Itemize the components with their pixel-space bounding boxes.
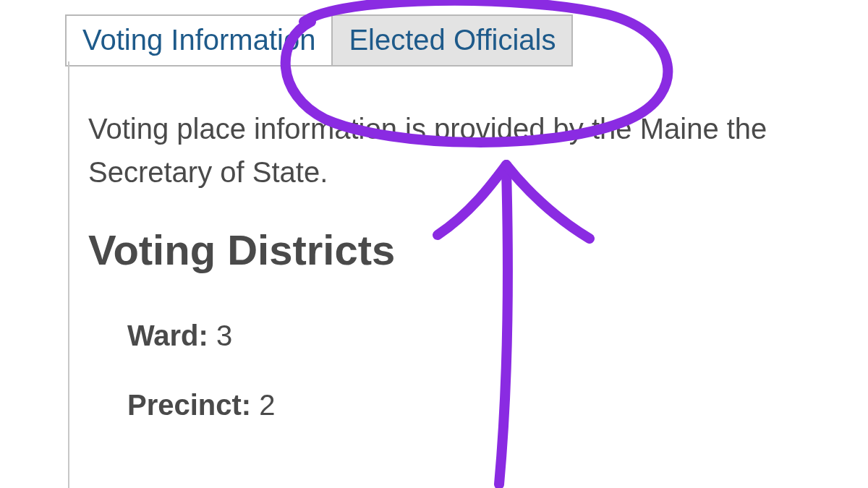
tab-voting-information[interactable]: Voting Information [67,16,331,65]
voting-districts-heading: Voting Districts [88,226,395,274]
ward-row: Ward: 3 [127,320,232,352]
ward-value: 3 [216,320,232,351]
tab-elected-officials[interactable]: Elected Officials [331,16,571,65]
precinct-row: Precinct: 2 [127,389,276,421]
tab-bar: Voting Information Elected Officials [65,14,573,67]
ward-label: Ward: [127,320,208,351]
precinct-label: Precinct: [127,389,251,421]
intro-paragraph: Voting place information is provided by … [88,107,868,194]
content-left-border [68,61,69,488]
precinct-value: 2 [259,389,275,421]
